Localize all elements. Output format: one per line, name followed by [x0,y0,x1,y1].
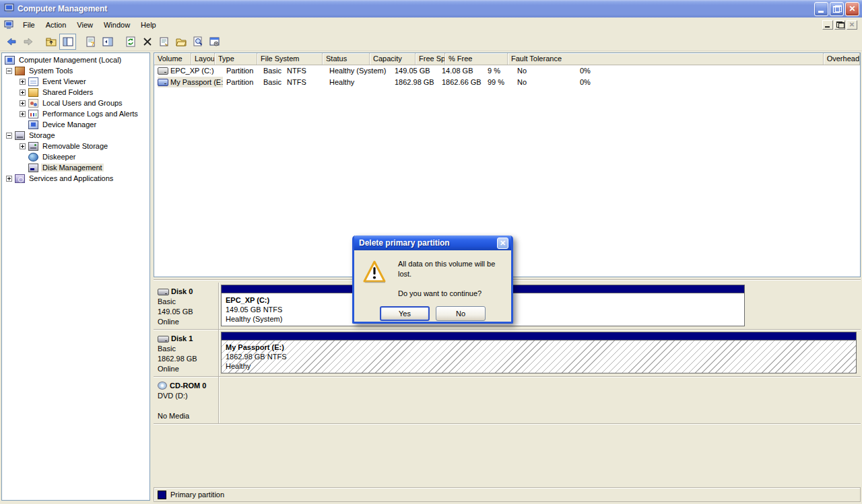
tree-item[interactable]: System Tools [2,65,150,76]
legend-label: Primary partition [170,491,224,499]
tree-item-label[interactable]: Local Users and Groups [41,99,124,107]
menu-items: FileActionViewWindowHelp [18,19,162,31]
tree-item[interactable]: Services and Applications [2,173,150,184]
volume-capacity: 1862.98 GB [391,77,438,88]
console-tree: Computer Management (Local) System Tools… [2,55,150,184]
tree-expander[interactable] [20,100,26,106]
show-hide-action-pane-icon[interactable] [99,34,116,50]
tree-item-label[interactable]: Diskeeper [41,153,77,161]
tree-expander[interactable] [20,89,26,96]
delete-partition-dialog: Delete primary partition All data on thi… [352,236,513,324]
mdi-restore-button[interactable] [834,20,845,30]
volume-row[interactable]: My Passport (E:) Partition Basic NTFS He… [154,77,860,88]
disk1-label[interactable]: Disk 1 Basic 1862.98 GB Online [154,330,219,376]
volume-overhead: 0% [576,77,860,88]
tree-item-label[interactable]: Computer Management (Local) [18,56,123,64]
tree-item[interactable]: Device Manager [2,119,150,130]
tree-expander[interactable] [20,111,26,117]
disk1-status: Online [158,364,217,374]
forward-icon[interactable] [20,34,36,50]
column-header[interactable]: Fault Tolerance [508,53,824,65]
up-one-level-icon[interactable] [42,34,59,50]
tree-item-label[interactable]: Storage [28,131,57,139]
volume-free-space: 14.08 GB [438,65,484,77]
cdrom0-label[interactable]: CD-ROM 0 DVD (D:) No Media [154,377,219,423]
column-header[interactable]: Layout [191,53,215,65]
dialog-title-bar[interactable]: Delete primary partition [354,236,511,250]
tree-item[interactable]: Event Viewer [2,76,150,87]
delete-icon[interactable] [139,34,156,50]
tree-item-label[interactable]: Removable Storage [41,142,109,150]
minimize-button[interactable] [814,2,828,16]
close-button[interactable] [845,2,859,16]
menu-item[interactable]: View [71,19,98,31]
tree-item[interactable]: Shared Folders [2,87,150,98]
column-header[interactable]: Type [215,53,257,65]
tree-item-label[interactable]: Performance Logs and Alerts [41,110,139,118]
mdi-minimize-button[interactable] [822,20,833,30]
tree-expander[interactable] [6,133,12,139]
column-header[interactable]: Overhead [824,53,860,65]
tree-item[interactable]: Computer Management (Local) [2,55,150,65]
console-window-icon[interactable] [4,20,14,30]
tree-item-label[interactable]: Event Viewer [41,77,88,85]
properties-icon[interactable] [156,34,172,50]
tree-item[interactable]: Performance Logs and Alerts [2,108,150,119]
storage-icon [15,131,25,140]
title-bar[interactable]: Computer Management [0,0,862,17]
disk-icon [158,336,169,343]
menu-item[interactable]: Window [98,19,135,31]
volume-row[interactable]: EPC_XP (C:) Partition Basic NTFS Healthy… [154,65,860,77]
show-hide-console-tree-icon[interactable] [59,34,76,50]
tree-expander[interactable] [20,79,26,85]
tree-item-label[interactable]: System Tools [28,67,74,75]
volume-fault-tolerance: No [514,65,576,77]
column-header[interactable]: Status [323,53,370,65]
yes-button[interactable]: Yes [380,306,430,321]
options-icon[interactable] [206,34,223,50]
performance-logs-icon [28,110,38,118]
column-header[interactable]: Capacity [370,53,416,65]
refresh-icon[interactable] [122,34,139,50]
disk1-size: 1862.98 GB [158,354,217,364]
tree-item-label[interactable]: Services and Applications [28,174,114,182]
volume-filesystem: NTFS [284,65,326,77]
restore-button[interactable] [830,2,844,16]
tree-item-label[interactable]: Shared Folders [41,88,94,96]
disk0-size: 149.05 GB [158,307,217,317]
disk1-type: Basic [158,344,217,354]
help-topics-icon[interactable]: ? [82,34,99,50]
back-icon[interactable] [3,34,20,50]
partition-size: 1862.98 GB NTFS [226,352,852,361]
disk1-row: Disk 1 Basic 1862.98 GB Online My Passpo… [154,330,861,377]
tree-item[interactable]: Storage [2,130,150,141]
tree-item-label[interactable]: Disk Management [41,164,104,172]
no-button[interactable]: No [436,306,486,321]
primary-partition-swatch [158,491,166,499]
tree-expander[interactable] [6,68,12,74]
menu-item[interactable]: Help [135,19,162,31]
volume-pct-free: 99 % [484,77,514,88]
menu-item[interactable]: Action [40,19,72,31]
dialog-message-line1: All data on this volume will be lost. [398,259,504,279]
disk0-label[interactable]: Disk 0 Basic 149.05 GB Online [154,283,219,329]
column-header[interactable]: Volume [154,53,191,65]
tree-item[interactable]: Local Users and Groups [2,98,150,108]
tree-item-label[interactable]: Device Manager [41,120,98,129]
column-header[interactable]: % Free [445,53,508,65]
tree-expander[interactable] [20,143,26,149]
tree-expander[interactable] [6,176,12,182]
open-icon[interactable] [172,34,189,50]
tree-item[interactable]: Removable Storage [2,141,150,151]
partition-status: Healthy [226,361,852,371]
column-header[interactable]: File System [257,53,323,65]
cdrom-media: DVD (D:) [158,391,217,401]
menu-item[interactable]: File [18,19,40,31]
volume-overhead: 0% [576,65,860,77]
dialog-title: Delete primary partition [359,238,497,248]
tree-item[interactable]: Disk Management [2,162,150,173]
column-header[interactable]: Free Space [416,53,445,65]
partition-my-passport-selected[interactable]: My Passport (E:) 1862.98 GB NTFS Healthy [221,332,857,373]
tree-item[interactable]: Diskeeper [2,151,150,162]
explore-icon[interactable] [189,34,206,50]
